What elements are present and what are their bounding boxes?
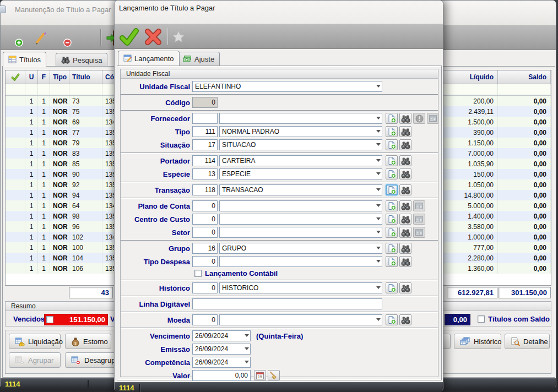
chevron-down-icon[interactable]	[376, 217, 381, 220]
code-input[interactable]: 0	[192, 227, 218, 238]
chevron-down-icon[interactable]	[376, 143, 381, 146]
grid-column-header-tipo[interactable]: Tipo	[50, 70, 69, 84]
new-button[interactable]	[386, 139, 398, 150]
combo-field[interactable]: ELEFANTINHO	[192, 81, 382, 92]
search-button[interactable]	[399, 227, 411, 238]
new-button[interactable]	[386, 200, 398, 211]
search-button[interactable]	[399, 113, 411, 124]
new-button[interactable]	[386, 168, 398, 179]
combo-field[interactable]	[219, 113, 382, 124]
search-button[interactable]	[399, 314, 411, 325]
grid-filter-cell[interactable]	[447, 84, 498, 95]
search-button[interactable]	[399, 282, 411, 293]
combo-field[interactable]: TRANSACAO	[219, 184, 382, 195]
combo-field[interactable]: ESPECIE	[219, 168, 382, 179]
chevron-down-icon[interactable]	[376, 247, 381, 249]
new-button[interactable]	[386, 113, 398, 124]
code-input[interactable]: 0	[192, 314, 218, 325]
historico-button[interactable]: Histórico	[454, 334, 501, 349]
code-input[interactable]: 13	[192, 168, 218, 179]
search-button[interactable]	[399, 200, 411, 211]
vencidos-checkbox[interactable]	[46, 316, 53, 323]
confirm-button[interactable]	[118, 26, 140, 48]
chevron-down-icon[interactable]	[376, 85, 381, 88]
grid-column-header-sel[interactable]	[6, 70, 25, 84]
grid-filter-cell[interactable]	[38, 84, 50, 95]
lancamento-contabil-checkbox[interactable]	[194, 270, 202, 277]
tab-lancamento[interactable]: Lançamento	[118, 51, 180, 66]
combo-field[interactable]: NORMAL PADRAO	[219, 126, 382, 137]
code-input[interactable]	[192, 113, 218, 124]
search-button[interactable]	[399, 243, 411, 254]
code-input[interactable]: 118	[192, 184, 218, 195]
chevron-down-icon[interactable]	[376, 159, 381, 162]
search-button[interactable]	[399, 155, 411, 166]
chevron-down-icon[interactable]	[376, 286, 381, 289]
delete-record-button[interactable]	[52, 27, 74, 49]
titulos-com-saldo-checkbox[interactable]	[478, 315, 485, 323]
combo-field[interactable]	[219, 314, 382, 325]
dialog-titlebar[interactable]: Lançamento de Título a Pagar	[115, 1, 443, 24]
new-button[interactable]	[386, 314, 398, 325]
grid-column-header-u[interactable]: U	[25, 70, 38, 84]
chevron-down-icon[interactable]	[376, 188, 381, 191]
combo-field[interactable]: HISTORICO	[219, 282, 382, 293]
chevron-down-icon[interactable]	[245, 361, 249, 363]
code-input[interactable]: 17	[192, 139, 218, 150]
chevron-down-icon[interactable]	[376, 260, 381, 263]
code-input[interactable]: 0	[192, 282, 218, 293]
chevron-down-icon[interactable]	[376, 172, 381, 175]
combo-field[interactable]	[219, 214, 382, 225]
combo-field[interactable]: CARTEIRA	[219, 155, 382, 166]
new-button[interactable]	[386, 256, 398, 267]
grid-column-header-f[interactable]: F	[38, 70, 50, 84]
code-input[interactable]: 0	[192, 256, 218, 267]
chevron-down-icon[interactable]	[376, 130, 381, 133]
grid-filter-cell[interactable]	[50, 84, 69, 95]
new-button[interactable]	[386, 227, 398, 238]
chevron-down-icon[interactable]	[245, 347, 249, 350]
chevron-down-icon[interactable]	[376, 204, 381, 207]
broom-button[interactable]	[268, 370, 280, 381]
combo-field[interactable]: 26/09/2024	[192, 330, 251, 341]
search-button[interactable]	[399, 256, 411, 267]
chevron-down-icon[interactable]	[376, 231, 381, 233]
edit-record-button[interactable]	[28, 27, 50, 49]
new-record-button[interactable]	[4, 27, 26, 49]
code-input[interactable]: 111	[192, 126, 218, 137]
code-input[interactable]: 16	[192, 243, 218, 254]
combo-field[interactable]	[219, 227, 382, 238]
cancel-button[interactable]	[142, 26, 164, 48]
tab-pesquisa[interactable]: Pesquisa	[56, 53, 107, 67]
combo-field[interactable]: GRUPO	[219, 243, 382, 254]
new-button[interactable]	[386, 126, 398, 137]
new-button[interactable]	[386, 214, 398, 225]
new-button[interactable]	[386, 243, 398, 254]
search-button[interactable]	[399, 214, 411, 225]
new-button[interactable]	[386, 184, 398, 195]
grid-column-header-titulo[interactable]: Título	[69, 70, 102, 84]
combo-field[interactable]: 26/09/2024	[192, 344, 251, 355]
tab-titulos[interactable]: Títulos	[3, 52, 46, 67]
chevron-down-icon[interactable]	[376, 117, 381, 119]
grid-filter-cell[interactable]	[69, 84, 102, 95]
search-button[interactable]	[399, 168, 411, 179]
new-button[interactable]	[386, 282, 398, 293]
agrupar-button[interactable]: Agrupar	[9, 352, 61, 368]
chevron-down-icon[interactable]	[245, 334, 249, 337]
linha-digitavel-input[interactable]	[192, 298, 382, 309]
tab-ajuste[interactable]: Ajuste	[177, 52, 220, 66]
estorno-button[interactable]: $ Estorno	[65, 334, 111, 349]
chevron-down-icon[interactable]	[376, 318, 381, 321]
valor-input[interactable]: 0,00	[192, 370, 251, 381]
calendar-button[interactable]: 15	[254, 370, 266, 381]
grid-column-header-saldo[interactable]: Saldo	[498, 70, 551, 84]
combo-field[interactable]: 26/09/2024	[192, 357, 251, 368]
liquidacao-button[interactable]: Liquidação	[9, 334, 61, 349]
combo-field[interactable]	[219, 256, 382, 267]
grid-filter-cell[interactable]	[6, 84, 25, 95]
grid-column-header-liquido[interactable]: Líquido	[447, 70, 498, 84]
grid-filter-cell[interactable]	[498, 84, 551, 95]
grid-filter-cell[interactable]	[25, 84, 38, 95]
favorite-button[interactable]	[170, 26, 187, 48]
